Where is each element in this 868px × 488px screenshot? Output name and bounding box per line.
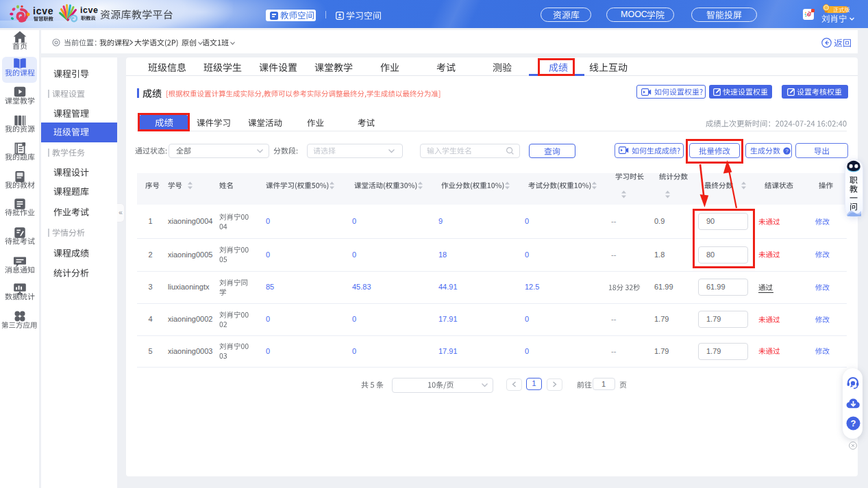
svg-text:?: ? (850, 418, 856, 428)
svg-text:?: ? (785, 148, 788, 154)
